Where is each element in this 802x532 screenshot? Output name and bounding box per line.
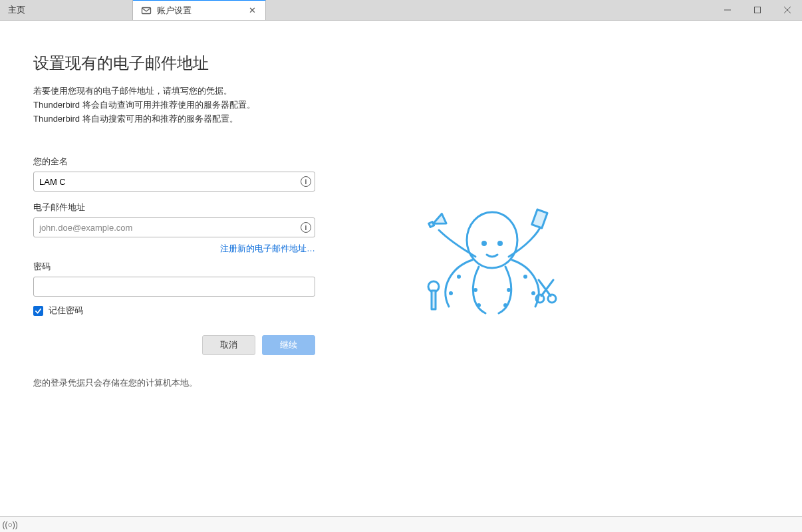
field-email: 电子邮件地址 i [33, 202, 315, 237]
fullname-label: 您的全名 [33, 156, 315, 168]
desc-line: 若要使用您现有的电子邮件地址，请填写您的凭据。 [33, 84, 372, 98]
tab-bar: 主页 账户设置 ✕ [0, 0, 802, 21]
remember-password-checkbox[interactable] [33, 306, 43, 316]
email-input[interactable] [33, 217, 315, 237]
svg-point-9 [449, 291, 453, 295]
status-bar: ((○)) [0, 516, 802, 532]
svg-point-8 [457, 275, 461, 279]
svg-rect-18 [432, 291, 436, 309]
footer-note: 您的登录凭据只会存储在您的计算机本地。 [33, 378, 372, 389]
svg-line-23 [539, 280, 551, 296]
close-window-button[interactable] [772, 0, 802, 20]
cancel-button[interactable]: 取消 [202, 335, 255, 355]
svg-point-14 [523, 275, 527, 279]
mail-settings-icon [141, 5, 152, 16]
page-description: 若要使用您现有的电子邮件地址，请填写您的凭据。 Thunderbird 将会自动… [33, 84, 372, 126]
remember-password-row: 记住密码 [33, 305, 372, 317]
sync-status-icon[interactable]: ((○)) [4, 519, 16, 531]
remember-password-label: 记住密码 [49, 305, 83, 317]
page-title: 设置现有的电子邮件地址 [33, 53, 372, 74]
svg-point-10 [473, 288, 477, 292]
svg-point-5 [467, 212, 517, 268]
password-input[interactable] [33, 277, 315, 297]
svg-rect-16 [429, 222, 434, 227]
maximize-button[interactable] [742, 0, 772, 20]
field-fullname: 您的全名 i [33, 156, 315, 192]
window-controls [712, 0, 802, 20]
svg-point-7 [497, 241, 503, 246]
password-label: 密码 [33, 261, 315, 273]
svg-rect-2 [754, 7, 760, 13]
minimize-button[interactable] [712, 0, 742, 20]
svg-point-12 [507, 288, 511, 292]
svg-rect-19 [532, 209, 547, 228]
tab-account-settings[interactable]: 账户设置 ✕ [133, 0, 266, 20]
svg-line-22 [541, 280, 553, 296]
account-setup-form: 设置现有的电子邮件地址 若要使用您现有的电子邮件地址，请填写您的凭据。 Thun… [0, 21, 372, 516]
tab-home[interactable]: 主页 [0, 0, 133, 20]
desc-line: Thunderbird 将自动搜索可用的和推荐的服务器配置。 [33, 112, 372, 126]
fullname-input[interactable] [33, 172, 315, 192]
new-email-link[interactable]: 注册新的电子邮件地址… [220, 243, 315, 253]
button-row: 取消 继续 [33, 335, 315, 355]
svg-point-11 [477, 303, 481, 307]
close-tab-icon[interactable]: ✕ [247, 5, 257, 16]
desc-line: Thunderbird 将会自动查询可用并推荐使用的服务器配置。 [33, 98, 372, 112]
field-password: 密码 [33, 261, 315, 297]
info-icon[interactable]: i [301, 176, 311, 187]
svg-point-21 [548, 295, 556, 303]
tab-home-label: 主页 [8, 4, 124, 16]
svg-point-6 [481, 241, 487, 246]
svg-point-15 [531, 291, 535, 295]
content-area: 设置现有的电子邮件地址 若要使用您现有的电子邮件地址，请填写您的凭据。 Thun… [0, 21, 802, 516]
email-label: 电子邮件地址 [33, 202, 315, 213]
octopus-illustration [412, 194, 572, 327]
svg-point-13 [503, 303, 507, 307]
info-icon[interactable]: i [301, 222, 311, 233]
tab-settings-label: 账户设置 [157, 5, 241, 17]
continue-button[interactable]: 继续 [262, 335, 315, 355]
